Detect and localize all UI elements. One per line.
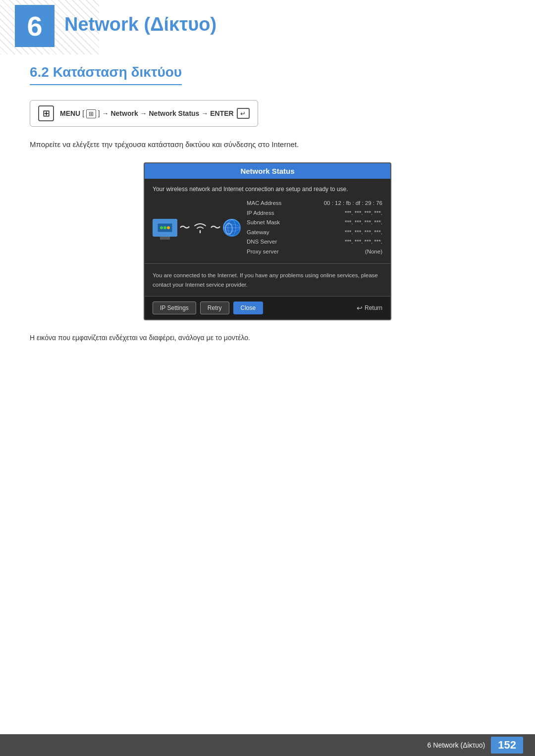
return-arrow-icon: ↩ [357, 304, 363, 312]
dialog-bottom-section: You are connected to the Internet. If yo… [145, 264, 390, 297]
chapter-number: 6 [27, 12, 42, 40]
section-title: 6.2 Κατάσταση δικτύου [30, 64, 182, 85]
return-label: ↩ Return [357, 304, 382, 312]
dialog-status-text: Your wireless network and Internet conne… [153, 186, 382, 193]
svg-point-1 [160, 226, 163, 229]
detail-row-dns: DNS Server ***. ***. ***. ***. [247, 237, 382, 247]
menu-grid-icon: ⊞ [86, 109, 96, 118]
svg-point-2 [163, 226, 166, 229]
detail-row-mac: MAC Address 00 : 12 : fb : df : 29 : 76 [247, 199, 382, 208]
dialog-info-text: You are connected to the Internet. If yo… [153, 271, 382, 289]
detail-row-gateway: Gateway ***. ***. ***. ***. [247, 228, 382, 238]
page-footer: 6 Network (Δίκτυο) 152 [0, 734, 535, 756]
description-text: Μπορείτε να ελέγξετε την τρέχουσα κατάστ… [30, 139, 505, 151]
dialog-title-bar: Network Status [145, 163, 390, 179]
enter-icon: ↵ [237, 108, 250, 119]
dialog-buttons-left: IP Settings Retry Close [153, 302, 263, 314]
ip-settings-button[interactable]: IP Settings [153, 302, 196, 314]
header-bar: 6 Network (Δίκτυο) [0, 0, 535, 54]
router-svg [157, 222, 173, 233]
bracket-close: ] [98, 109, 102, 117]
network-status-dialog: Network Status Your wireless network and… [144, 162, 391, 320]
earth-svg [223, 219, 241, 237]
wifi-icon [192, 220, 208, 236]
page-number: 152 [491, 737, 523, 754]
dialog-content-row: 〜 〜 [153, 199, 382, 256]
svg-point-3 [167, 226, 170, 229]
dialog-top-section: Your wireless network and Internet conne… [145, 179, 390, 264]
header-title: Network (Δίκτυο) [64, 14, 216, 35]
dialog-wrapper: Network Status Your wireless network and… [30, 162, 505, 320]
main-content: 6.2 Κατάσταση δικτύου ⊞ MENU [ ⊞ ] → Net… [0, 54, 535, 373]
dialog-buttons-bar: IP Settings Retry Close ↩ Return [145, 297, 390, 319]
detail-row-subnet: Subnet Mask ***. ***. ***. ***. [247, 218, 382, 228]
menu-symbol: ⊞ [43, 108, 50, 119]
signal-wave-right: 〜 [210, 220, 221, 235]
bracket-open: [ [82, 109, 84, 117]
menu-icon: ⊞ [38, 105, 54, 121]
footer-chapter-text: 6 Network (Δίκτυο) [428, 741, 485, 749]
retry-button[interactable]: Retry [200, 302, 229, 314]
detail-row-proxy: Proxy server (None) [247, 247, 382, 257]
close-button[interactable]: Close [233, 302, 264, 314]
footnote-text: Η εικόνα που εμφανίζεται ενδέχεται να δι… [30, 332, 505, 343]
chapter-box: 6 [15, 5, 54, 47]
signal-wave-left: 〜 [179, 220, 190, 235]
menu-path-box: ⊞ MENU [ ⊞ ] → Network → Network Status … [30, 100, 258, 127]
menu-path-text: MENU [ ⊞ ] → Network → Network Status → … [60, 108, 250, 119]
network-icons: 〜 〜 [153, 219, 241, 237]
earth-icon [223, 219, 241, 237]
network-details: MAC Address 00 : 12 : fb : df : 29 : 76 … [247, 199, 382, 256]
router-icon [153, 219, 177, 237]
detail-row-ip: IP Address ***. ***. ***. ***. [247, 208, 382, 218]
